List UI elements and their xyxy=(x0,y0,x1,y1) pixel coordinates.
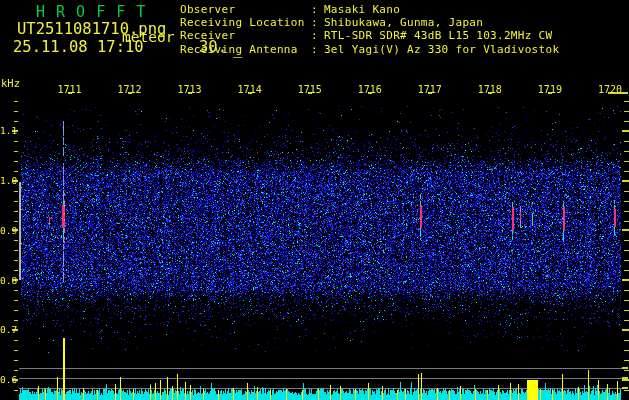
time-tick-label: 1720 xyxy=(595,84,625,95)
info-separator: : xyxy=(311,43,318,56)
app-title: H R O F F T xyxy=(36,3,146,21)
freq-tick-label: 1.1 xyxy=(0,125,17,136)
info-label: Observer xyxy=(180,3,311,16)
info-row-antenna: Receiving Antenna:3el Yagi(V) Az 330 for… xyxy=(180,43,559,56)
info-row-observer: Observer:Masaki Kano xyxy=(180,3,559,16)
info-separator: : xyxy=(311,16,318,29)
freq-tick-label: 0.6 xyxy=(0,374,17,385)
info-label: Receiving Location xyxy=(180,16,311,29)
info-value: 3el Yagi(V) Az 330 for Vladivostok xyxy=(324,43,559,56)
time-tick-label: 1719 xyxy=(535,84,565,95)
time-tick-label: 1718 xyxy=(475,84,505,95)
freq-tick-label: 1.0 xyxy=(0,175,17,186)
freq-tick-label: 0.7 xyxy=(0,324,17,335)
spectrogram-canvas xyxy=(0,0,629,400)
time-tick-label: 1711 xyxy=(55,84,85,95)
info-label: Receiver xyxy=(180,29,311,42)
info-row-receiver: Receiver:RTL-SDR SDR# 43dB L15 103.2MHz … xyxy=(180,29,559,42)
freq-tick-label: 0.9 xyxy=(0,225,17,236)
info-value: Shibukawa, Gunma, Japan xyxy=(324,16,483,29)
freq-axis-unit-label: kHz xyxy=(1,77,20,89)
observation-datetime: 25.11.08 17:10 xyxy=(13,38,144,56)
freq-tick-label: 0.8 xyxy=(0,275,17,286)
info-value: RTL-SDR SDR# 43dB L15 103.2MHz CW xyxy=(324,29,552,42)
info-separator: : xyxy=(311,3,318,16)
hrofft-screen: H R O F F T UT2511081710.png meteor 25.1… xyxy=(0,0,629,400)
info-label: Receiving Antenna xyxy=(180,43,311,56)
info-value: Masaki Kano xyxy=(324,3,400,16)
time-tick-label: 1716 xyxy=(355,84,385,95)
time-tick-label: 1717 xyxy=(415,84,445,95)
time-tick-label: 1714 xyxy=(235,84,265,95)
time-tick-label: 1712 xyxy=(115,84,145,95)
level-reference-bar xyxy=(19,182,21,280)
station-info: Observer:Masaki Kano Receiving Location:… xyxy=(180,3,559,56)
time-tick-label: 1713 xyxy=(175,84,205,95)
info-separator: : xyxy=(311,29,318,42)
time-tick-label: 1715 xyxy=(295,84,325,95)
info-row-location: Receiving Location:Shibukawa, Gunma, Jap… xyxy=(180,16,559,29)
